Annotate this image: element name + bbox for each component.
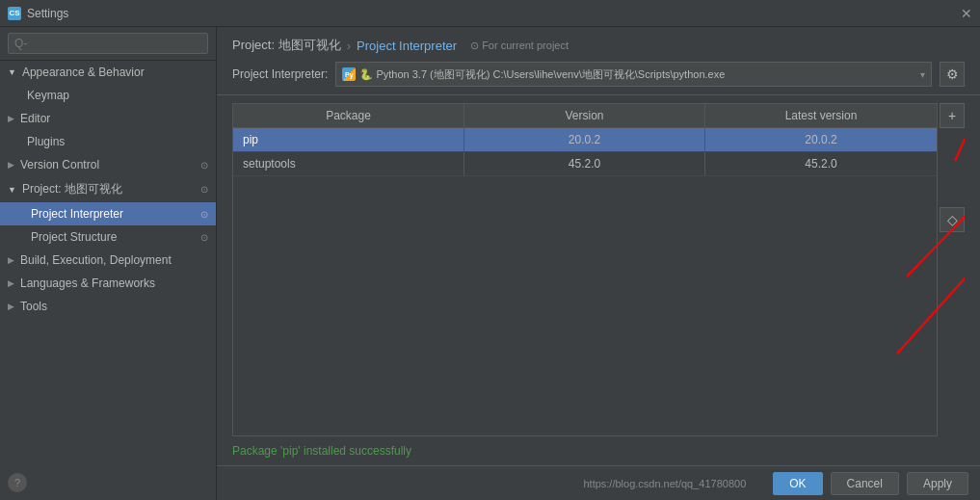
content-header: Project: 地图可视化 › Project Interpreter ⊙ F…	[217, 27, 980, 95]
gear-button[interactable]: ⚙	[940, 62, 965, 87]
column-latest-version: Latest version	[705, 104, 937, 127]
sidebar-item-keymap[interactable]: Keymap	[0, 84, 216, 107]
interpreter-label: Project Interpreter:	[232, 67, 328, 81]
interpreter-sync-icon: ⊙	[200, 209, 208, 220]
breadcrumb: Project: 地图可视化 › Project Interpreter ⊙ F…	[232, 37, 965, 54]
breadcrumb-current: Project Interpreter	[357, 39, 457, 53]
title-bar-left: CS Settings	[8, 7, 68, 20]
search-box	[0, 27, 216, 61]
packages-table: Package Version Latest version pip 20.0.…	[232, 103, 938, 436]
for-current-label: ⊙ For current project	[470, 39, 569, 52]
sidebar-item-label: Project: 地图可视化	[22, 181, 122, 197]
show-details-button[interactable]: ◇	[940, 207, 965, 232]
cell-package-setuptools: setuptools	[233, 152, 464, 175]
plus-icon: +	[948, 108, 956, 123]
status-message: Package 'pip' installed successfully	[232, 444, 411, 458]
python-icon: Py	[342, 67, 356, 81]
sidebar: ▼ Appearance & Behavior Keymap ▶ Editor …	[0, 27, 217, 500]
ok-button[interactable]: OK	[773, 472, 822, 495]
sidebar-item-label: Project Interpreter	[31, 207, 123, 221]
side-buttons: + ◇	[940, 103, 965, 436]
cell-latest-pip: 20.0.2	[705, 128, 937, 151]
structure-icon: ⊙	[200, 232, 208, 243]
sidebar-item-project[interactable]: ▼ Project: 地图可视化 ⊙	[0, 176, 216, 202]
sidebar-item-project-interpreter[interactable]: Project Interpreter ⊙	[0, 202, 216, 225]
gear-icon: ⚙	[946, 66, 959, 82]
status-bar: Package 'pip' installed successfully	[232, 440, 965, 461]
sidebar-item-label: Project Structure	[31, 230, 117, 244]
sidebar-item-label: Plugins	[27, 135, 65, 148]
table-row[interactable]: pip 20.0.2 20.0.2	[233, 128, 937, 152]
chevron-right-icon: ▶	[8, 160, 14, 170]
close-button[interactable]: ✕	[961, 6, 972, 21]
search-input[interactable]	[8, 33, 208, 54]
interpreter-row: Project Interpreter: Py 🐍 Python 3.7 (地图…	[232, 62, 965, 87]
interpreter-value: 🐍 Python 3.7 (地图可视化) C:\Users\lihe\venv\…	[359, 67, 725, 82]
url-text: https://blog.csdn.net/qq_41780800	[228, 478, 746, 489]
sidebar-item-label: Tools	[20, 300, 47, 313]
chevron-right-icon: ▶	[8, 255, 14, 265]
sidebar-item-languages[interactable]: ▶ Languages & Frameworks	[0, 272, 216, 295]
column-version: Version	[464, 104, 705, 127]
sidebar-item-label: Build, Execution, Deployment	[20, 253, 172, 267]
table-body: pip 20.0.2 20.0.2 setuptools 45.2.0 45.2…	[233, 128, 937, 176]
title-bar: CS Settings ✕	[0, 0, 980, 27]
diamond-icon: ◇	[947, 212, 958, 227]
sidebar-item-version-control[interactable]: ▶ Version Control ⊙	[0, 153, 216, 176]
table-header: Package Version Latest version	[233, 104, 937, 128]
sidebar-item-appearance[interactable]: ▼ Appearance & Behavior	[0, 61, 216, 84]
chevron-right-icon: ▶	[8, 278, 14, 288]
sidebar-item-tools[interactable]: ▶ Tools	[0, 295, 216, 318]
content-area: Project: 地图可视化 › Project Interpreter ⊙ F…	[217, 27, 980, 500]
version-control-icon: ⊙	[200, 160, 208, 171]
interpreter-select-text: Py 🐍 Python 3.7 (地图可视化) C:\Users\lihe\ve…	[342, 67, 725, 82]
cell-package-pip: pip	[233, 128, 464, 151]
dropdown-arrow-icon: ▾	[920, 69, 925, 80]
sidebar-item-label: Editor	[20, 112, 50, 125]
cancel-button[interactable]: Cancel	[831, 472, 899, 495]
sidebar-item-label: Appearance & Behavior	[22, 66, 145, 79]
help-icon: ?	[14, 477, 20, 488]
sidebar-item-label: Version Control	[20, 158, 99, 171]
cell-version-pip: 20.0.2	[464, 128, 705, 151]
sidebar-item-label: Languages & Frameworks	[20, 276, 155, 290]
sidebar-item-build[interactable]: ▶ Build, Execution, Deployment	[0, 249, 216, 272]
chevron-right-icon: ▶	[8, 302, 14, 311]
main-layout: ▼ Appearance & Behavior Keymap ▶ Editor …	[0, 27, 980, 500]
cell-version-setuptools: 45.2.0	[464, 152, 705, 175]
table-row[interactable]: setuptools 45.2.0 45.2.0	[233, 152, 937, 176]
apply-button[interactable]: Apply	[907, 472, 968, 495]
bottom-bar: https://blog.csdn.net/qq_41780800 OK Can…	[217, 465, 980, 500]
window-title: Settings	[27, 7, 68, 20]
project-icon: ⊙	[200, 184, 208, 195]
app-icon: CS	[8, 7, 21, 20]
cell-latest-setuptools: 45.2.0	[705, 152, 937, 175]
interpreter-select[interactable]: Py 🐍 Python 3.7 (地图可视化) C:\Users\lihe\ve…	[335, 62, 932, 87]
column-package: Package	[233, 104, 464, 127]
breadcrumb-project: Project: 地图可视化	[232, 37, 341, 54]
sidebar-item-project-structure[interactable]: Project Structure ⊙	[0, 225, 216, 249]
chevron-down-icon: ▼	[8, 67, 16, 77]
chevron-down-icon: ▼	[8, 185, 16, 195]
sidebar-item-label: Keymap	[27, 89, 69, 102]
help-button[interactable]: ?	[8, 473, 27, 492]
chevron-right-icon: ▶	[8, 114, 14, 123]
table-area: Package Version Latest version pip 20.0.…	[232, 103, 965, 436]
breadcrumb-separator: ›	[347, 39, 351, 53]
add-package-button[interactable]: +	[940, 103, 965, 128]
sidebar-item-plugins[interactable]: Plugins	[0, 130, 216, 153]
sidebar-item-editor[interactable]: ▶ Editor	[0, 107, 216, 130]
